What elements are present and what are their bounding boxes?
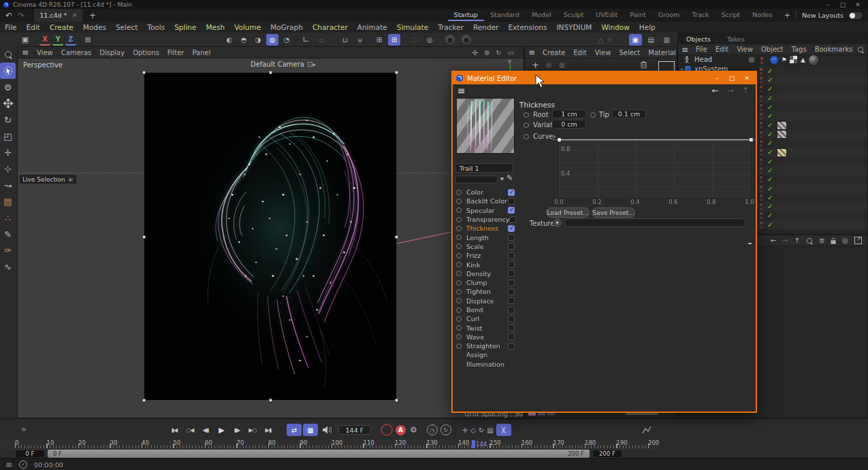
variation-anim-dot[interactable] [524,122,529,128]
root-anim-dot[interactable] [524,112,529,118]
enabled-check-icon[interactable]: ✓ [767,203,773,210]
menu-item[interactable]: Tools [142,23,170,31]
spline-wave-tool-icon[interactable]: ∿ [0,258,16,275]
channel-row[interactable]: Transparency [454,215,517,224]
channel-row[interactable]: Scale [454,242,517,251]
channel-checkbox[interactable] [508,234,515,241]
object-row[interactable]: ✓ [758,166,867,175]
axis-tool-icon[interactable]: ∟ [300,34,312,46]
canvas-handle[interactable] [269,71,272,74]
channel-checkbox[interactable] [509,216,516,223]
object-row[interactable]: ✓ [758,85,867,94]
channel-row[interactable]: Assign [454,350,517,359]
tool-hud-expand-icon[interactable]: ▸ [68,177,74,182]
move-tool-icon[interactable] [0,95,16,112]
render-picture-viewer-button[interactable]: ▤ [645,34,658,46]
channel-anim-dot[interactable] [456,207,462,213]
menu-item[interactable]: Select [111,23,142,31]
channel-checkbox[interactable] [508,270,515,277]
menu-item[interactable]: Animate [353,23,392,31]
coordinate-system-icon[interactable]: ⊞ [82,34,94,45]
objects-menu-item[interactable]: Edit [711,46,733,53]
channel-row[interactable]: Displace [454,297,517,305]
visibility-dots[interactable] [760,195,762,197]
target-icon[interactable]: ◎ [842,237,848,244]
view-label[interactable]: Perspective [23,61,63,69]
object-row[interactable]: ✓ [758,193,867,202]
object-row[interactable]: ✓ [758,220,867,229]
viewport-menu-item[interactable]: Cameras [57,49,95,56]
channel-checkbox[interactable] [508,307,515,314]
attr-filter-icon[interactable]: ≣ [819,237,824,244]
layout-tab[interactable]: Sculpt [558,10,590,21]
paint-tool-icon[interactable]: ✑ [0,242,16,258]
dialog-titlebar[interactable]: Material Editor – □ ✕ [453,72,756,84]
channel-anim-dot[interactable] [456,217,462,222]
axis-z-lock-button[interactable]: Z [65,33,76,46]
channel-anim-dot[interactable] [456,280,462,286]
enabled-check-icon[interactable]: ✓ [767,176,773,183]
minimize-button[interactable]: – [820,1,835,8]
scale-tool-icon[interactable]: ◰ [0,128,16,144]
layout-tab[interactable]: Groom [652,10,686,21]
menu-item[interactable]: Modes [78,23,111,31]
enabled-check-icon[interactable]: ✓ [767,212,773,219]
channel-anim-dot[interactable] [456,343,462,349]
material-manager-menu-item[interactable]: View [591,49,615,56]
new-tab-button[interactable]: + [89,11,96,20]
curve-plot[interactable]: 0.8 0.4 [558,137,752,199]
channel-row[interactable]: Illumination [454,360,517,369]
save-preset-button[interactable]: Save Preset... [592,207,635,218]
channel-row[interactable]: Twist [454,323,517,332]
brush-tool-icon[interactable]: ✎ [0,226,16,242]
goto-end-button[interactable]: ▶▮ [261,424,276,436]
material-name-field[interactable]: Trail 1 [455,163,513,173]
channel-row[interactable]: Straighten [454,341,517,350]
object-row[interactable]: ✓ [758,157,867,166]
enabled-check-icon[interactable]: ✓ [767,222,773,229]
pick-material-icon[interactable]: ✎ [507,173,513,182]
channel-checkbox[interactable] [508,252,515,259]
enabled-check-icon[interactable]: ✓ [767,186,773,192]
visibility-dots[interactable] [760,57,763,60]
object-row[interactable]: ✓ [758,94,867,103]
layout-tab[interactable]: Startup [448,10,484,21]
keyframe-parameter-icon[interactable]: ▤ [487,426,493,434]
dialog-maximize-button[interactable]: □ [724,75,739,82]
rotate-tool-icon[interactable]: ↻ [0,112,16,128]
channel-anim-dot[interactable] [456,325,462,331]
menu-item[interactable]: Character [308,23,353,31]
channel-checkbox[interactable] [508,343,515,350]
object-row[interactable]: ✓ [758,175,867,184]
toggle-view-icon[interactable]: ▭ [508,49,514,56]
visibility-dots[interactable] [760,158,762,161]
scatter-tool-icon[interactable]: ∴ [0,209,16,226]
next-frame-button[interactable]: ▮▶ [229,424,244,436]
channel-checkbox[interactable] [508,198,515,205]
next-key-button[interactable]: ▶○ [245,424,260,436]
enabled-check-icon[interactable]: ✓ [767,195,773,201]
visibility-dots[interactable] [760,186,762,188]
layout-tab[interactable]: Nodes [746,10,779,21]
channel-anim-dot[interactable] [456,316,462,322]
canvas-handle[interactable] [395,399,398,402]
viewport-menu-icon[interactable]: ≡ [22,48,29,57]
find-tool-icon[interactable] [0,46,16,63]
pan-view-icon[interactable]: ✣ [472,49,477,56]
menu-item[interactable]: Window [596,23,634,31]
material-sphere-icon[interactable]: ◍ [546,61,552,69]
objects-menu-item[interactable]: Tags [787,46,810,53]
autokey-button[interactable]: A [396,425,406,435]
object-row[interactable]: ✓ [758,112,867,120]
texture-swatch[interactable] [777,148,787,157]
document-tab[interactable]: 11.c4d * ✕ [34,9,82,22]
enabled-check-icon[interactable]: ✓ [767,140,773,147]
viewport-menu-item[interactable]: Panel [188,49,214,56]
maximize-button[interactable]: □ [835,1,850,8]
enabled-check-icon[interactable]: ✓ [767,131,773,138]
workplane-box-icon[interactable]: ▫ [316,34,327,45]
mode-edges-icon[interactable]: ◔ [280,34,293,46]
menu-item[interactable]: Extensions [503,23,551,31]
objects-menu-item[interactable]: Bookmarks [811,46,857,53]
mode-model-icon[interactable]: ◐ [223,34,236,46]
